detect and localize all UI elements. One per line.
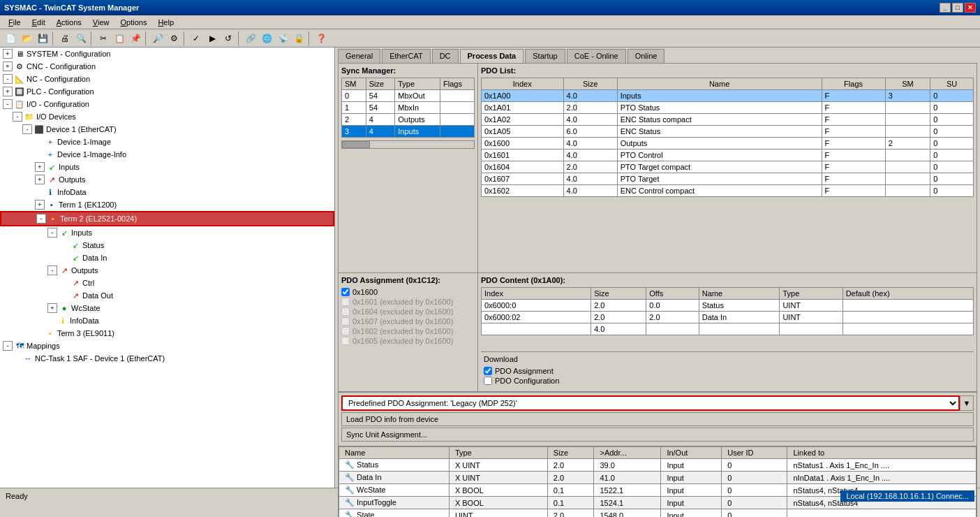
menu-view[interactable]: View [87, 17, 115, 28]
copy-button[interactable]: 📋 [112, 31, 127, 46]
tree-item-t2-infodata[interactable]: ℹ InfoData [0, 314, 334, 327]
sync-row[interactable]: 1 54 MbxIn [342, 102, 475, 114]
menu-help[interactable]: Help [152, 17, 179, 28]
tb-extra2[interactable]: 🌐 [259, 31, 274, 46]
tab-online[interactable]: Online [628, 49, 665, 63]
pdo-list-row[interactable]: 0x1A01 2.0 PTO Status F 0 [482, 102, 974, 114]
expand-io-devices[interactable]: - [13, 112, 22, 122]
expand-device1[interactable]: - [22, 124, 32, 134]
pdo-content-row[interactable]: 4.0 [482, 323, 974, 335]
sync-row[interactable]: 3 4 Inputs [342, 126, 475, 138]
pdo-assign-checkbox-5[interactable] [341, 337, 350, 345]
pdo-list-row[interactable]: 0x1A02 4.0 ENC Status compact F 0 [482, 114, 974, 126]
tree-item-cnc[interactable]: + ⚙ CNC - Configuration [0, 60, 334, 73]
pdo-assign-checkbox-3[interactable] [341, 317, 350, 326]
menu-actions[interactable]: Actions [51, 17, 87, 28]
tree-item-nctask[interactable]: ↔ NC-Task 1 SAF - Device 1 (EtherCAT) [0, 352, 334, 365]
sync-row[interactable]: 0 54 MbxOut [342, 90, 475, 102]
pdo-assign-checkbox-1[interactable] [341, 298, 350, 306]
bottom-table-scroll[interactable]: Name Type Size >Addr... In/Out User ID L… [339, 446, 977, 517]
tab-coe-online[interactable]: CoE - Online [567, 49, 626, 63]
bottom-table-row[interactable]: 🔧 Status X UINT 2.0 39.0 Input 0 nStatus… [339, 459, 977, 472]
tab-dc[interactable]: DC [432, 49, 459, 63]
predefined-dropdown-arrow[interactable]: ▼ [960, 395, 974, 411]
activate-button[interactable]: ▶ [205, 31, 220, 46]
find-button[interactable]: 🔍 [73, 31, 89, 46]
menu-options[interactable]: Options [114, 17, 152, 28]
minimize-button[interactable]: _ [940, 3, 951, 13]
maximize-button[interactable]: □ [952, 3, 963, 13]
sync-unit-button[interactable]: Sync Unit Assignment... [341, 428, 974, 442]
menu-file[interactable]: File [3, 17, 27, 28]
tb-extra1[interactable]: 🔗 [243, 31, 258, 46]
expand-t2-outputs[interactable]: - [47, 265, 57, 275]
pdo-list-row[interactable]: 0x1600 4.0 Outputs F 2 0 [482, 138, 974, 150]
bottom-table-row[interactable]: 🔧 State UINT 2.0 1548.0 Input 0 [339, 509, 977, 518]
tab-ethercat[interactable]: EtherCAT [382, 49, 430, 63]
expand-outputs[interactable]: + [35, 175, 45, 184]
pdo-assign-checkbox-0[interactable] [341, 288, 350, 296]
config-button[interactable]: ⚙ [166, 31, 181, 46]
expand-term2[interactable]: - [36, 214, 46, 224]
tree-item-term1[interactable]: + ▪ Term 1 (EK1200) [0, 198, 334, 211]
print-button[interactable]: 🖨 [57, 31, 73, 46]
save-button[interactable]: 💾 [35, 31, 50, 46]
predefined-select[interactable]: Predefined PDO Assignment: 'Legacy (MDP … [341, 395, 960, 411]
scan-button[interactable]: 🔎 [150, 31, 165, 46]
tree-item-term2[interactable]: - ▪ Term 2 (EL2521-0024) [0, 211, 334, 226]
pdo-list-row[interactable]: 0x1604 2.0 PTO Target compact F 0 [482, 161, 974, 173]
new-button[interactable]: 📄 [3, 31, 18, 46]
pdo-assignment-checkbox[interactable] [484, 367, 492, 375]
help-button[interactable]: ❓ [313, 31, 329, 46]
tree-item-system[interactable]: + 🖥 SYSTEM - Configuration [0, 48, 334, 60]
tree-item-t2-datain[interactable]: ↙ Data In [0, 252, 334, 264]
expand-cnc[interactable]: + [3, 61, 13, 71]
expand-io[interactable]: - [3, 99, 13, 109]
tree-item-infodata[interactable]: ℹ InfoData [0, 186, 334, 198]
tree-item-term3[interactable]: ▪ Term 3 (EL9011) [0, 327, 334, 340]
pdo-configuration-checkbox[interactable] [484, 377, 492, 385]
tab-general[interactable]: General [338, 49, 380, 63]
tree-item-wcstate[interactable]: + ● WcState [0, 302, 334, 314]
paste-button[interactable]: 📌 [128, 31, 143, 46]
pdo-list-row[interactable]: 0x1601 4.0 PTO Control F 0 [482, 150, 974, 161]
tree-item-device1-image[interactable]: + Device 1-Image [0, 136, 334, 148]
tree-item-t2-dataout[interactable]: ↗ Data Out [0, 289, 334, 302]
tree-item-device1[interactable]: - ⬛ Device 1 (EtherCAT) [0, 123, 334, 136]
pdo-list-row[interactable]: 0x1A00 4.0 Inputs F 3 0 [482, 90, 974, 102]
pdo-content-row[interactable]: 0x6000:02 2.0 2.0 Data In UINT [482, 312, 974, 323]
pdo-assign-checkbox-4[interactable] [341, 327, 350, 335]
pdo-list-row[interactable]: 0x1A05 6.0 ENC Status F 0 [482, 126, 974, 138]
expand-nc[interactable]: - [3, 74, 13, 84]
pdo-content-scroll[interactable]: Index Size Offs Name Type Default (hex) … [481, 287, 974, 351]
tree-item-device1-imageinfo[interactable]: + Device 1-Image-Info [0, 148, 334, 161]
tree-item-io[interactable]: - 📋 I/O - Configuration [0, 98, 334, 110]
expand-plc[interactable]: + [3, 87, 13, 96]
pdo-assign-checkbox-2[interactable] [341, 307, 350, 316]
tree-item-t2-ctrl[interactable]: ↗ Ctrl [0, 277, 334, 289]
restart-button[interactable]: ↺ [221, 31, 236, 46]
expand-wcstate[interactable]: + [47, 303, 57, 313]
cut-button[interactable]: ✂ [96, 31, 111, 46]
pdo-list-row[interactable]: 0x1602 4.0 ENC Control compact F 0 [482, 185, 974, 197]
check-button[interactable]: ✓ [188, 31, 204, 46]
tb-extra3[interactable]: 📡 [275, 31, 290, 46]
pdo-list-scroll[interactable]: Index Size Name Flags SM SU 0x1A00 4.0 I… [481, 78, 974, 270]
tree-item-plc[interactable]: + 🔲 PLC - Configuration [0, 85, 334, 98]
sync-row[interactable]: 2 4 Outputs [342, 114, 475, 126]
expand-inputs[interactable]: + [35, 162, 45, 172]
load-pdo-button[interactable]: Load PDO info from device [341, 412, 974, 426]
close-button[interactable]: ✕ [965, 3, 976, 13]
tree-item-nc[interactable]: - 📐 NC - Configuration [0, 73, 334, 85]
sync-hscroll[interactable] [341, 140, 475, 149]
tab-startup[interactable]: Startup [525, 49, 565, 63]
tree-item-io-devices[interactable]: - 📁 I/O Devices [0, 110, 334, 123]
tree-item-mappings[interactable]: - 🗺 Mappings [0, 340, 334, 352]
tree-item-t2-status[interactable]: ↙ Status [0, 239, 334, 252]
menu-edit[interactable]: Edit [27, 17, 51, 28]
expand-system[interactable]: + [3, 49, 13, 59]
tree-item-outputs[interactable]: + ↗ Outputs [0, 173, 334, 186]
tree-item-t2-outputs[interactable]: - ↗ Outputs [0, 264, 334, 277]
tree-item-inputs[interactable]: + ↙ Inputs [0, 161, 334, 173]
expand-mappings[interactable]: - [3, 341, 13, 351]
